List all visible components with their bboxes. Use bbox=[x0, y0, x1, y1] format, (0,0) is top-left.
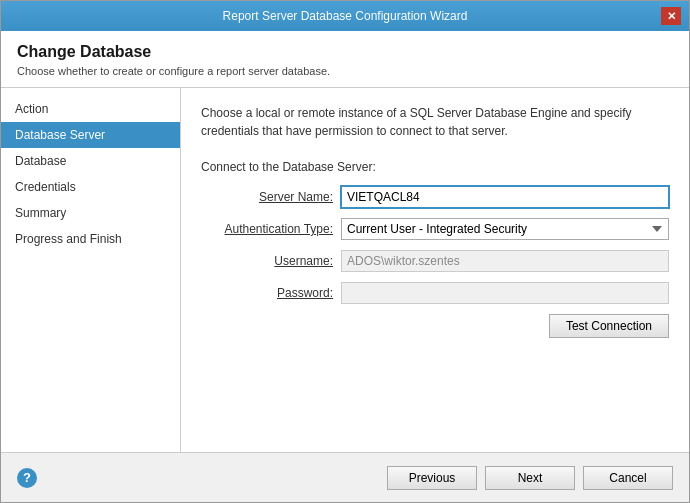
sidebar-item-summary[interactable]: Summary bbox=[1, 200, 180, 226]
footer-left: ? bbox=[17, 468, 379, 488]
password-input bbox=[341, 282, 669, 304]
main-description: Choose a local or remote instance of a S… bbox=[201, 104, 669, 140]
server-name-input[interactable] bbox=[341, 186, 669, 208]
sidebar: Action Database Server Database Credenti… bbox=[1, 88, 181, 452]
header-section: Change Database Choose whether to create… bbox=[1, 31, 689, 88]
close-button[interactable]: ✕ bbox=[661, 7, 681, 25]
username-label: Username: bbox=[211, 254, 341, 268]
auth-type-select[interactable]: Current User - Integrated Security SQL S… bbox=[341, 218, 669, 240]
sidebar-item-action[interactable]: Action bbox=[1, 96, 180, 122]
help-icon[interactable]: ? bbox=[17, 468, 37, 488]
title-bar: Report Server Database Configuration Wiz… bbox=[1, 1, 689, 31]
content-area: Action Database Server Database Credenti… bbox=[1, 88, 689, 452]
page-title: Change Database bbox=[17, 43, 673, 61]
cancel-button[interactable]: Cancel bbox=[583, 466, 673, 490]
main-window: Report Server Database Configuration Wiz… bbox=[0, 0, 690, 503]
sidebar-item-database-server[interactable]: Database Server bbox=[1, 122, 180, 148]
auth-type-label: Authentication Type: bbox=[211, 222, 341, 236]
test-connection-button[interactable]: Test Connection bbox=[549, 314, 669, 338]
footer: ? Previous Next Cancel bbox=[1, 452, 689, 502]
sidebar-item-database[interactable]: Database bbox=[1, 148, 180, 174]
sidebar-item-credentials[interactable]: Credentials bbox=[1, 174, 180, 200]
previous-button[interactable]: Previous bbox=[387, 466, 477, 490]
sidebar-item-progress-finish[interactable]: Progress and Finish bbox=[1, 226, 180, 252]
server-name-label: Server Name: bbox=[211, 190, 341, 204]
username-input bbox=[341, 250, 669, 272]
window-title: Report Server Database Configuration Wiz… bbox=[29, 9, 661, 23]
test-connection-row: Test Connection bbox=[211, 314, 669, 338]
main-content-panel: Choose a local or remote instance of a S… bbox=[181, 88, 689, 452]
page-subtitle: Choose whether to create or configure a … bbox=[17, 65, 673, 77]
password-label: Password: bbox=[211, 286, 341, 300]
form-grid: Server Name: Authentication Type: Curren… bbox=[211, 186, 669, 304]
connect-label: Connect to the Database Server: bbox=[201, 160, 669, 174]
next-button[interactable]: Next bbox=[485, 466, 575, 490]
